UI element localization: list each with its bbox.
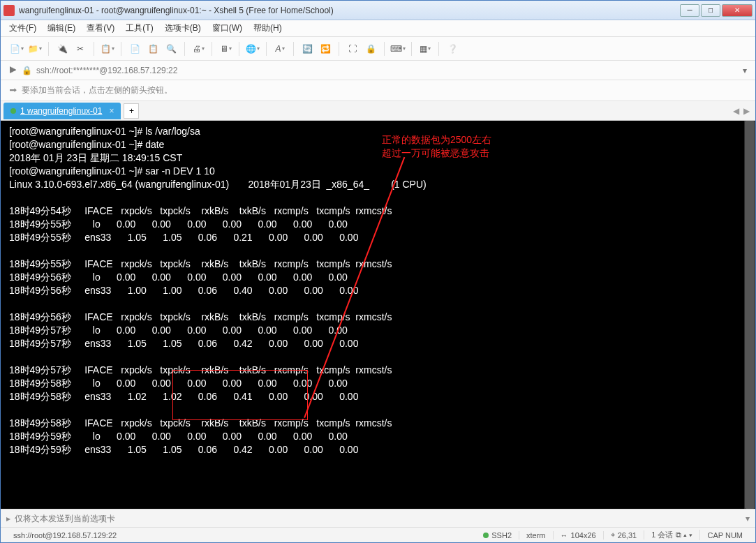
send-input[interactable] bbox=[15, 512, 741, 525]
lock-icon: 🔒 bbox=[22, 66, 32, 75]
maximize-button[interactable]: □ bbox=[701, 4, 720, 17]
status-dot-icon bbox=[10, 108, 16, 114]
status-connection: ssh://root@192.168.57.129:22 bbox=[6, 531, 124, 540]
profile-button[interactable]: 📋 bbox=[100, 41, 115, 57]
tab-bar: 1 wangruifenglinux-01 × + ◀ ▶ bbox=[1, 101, 755, 121]
annotation-text: 正常的数据包为2500左右 超过一万可能被恶意攻击 bbox=[382, 133, 491, 160]
minimize-button[interactable]: ─ bbox=[680, 4, 699, 17]
toolbar: 📄 📁 🔌 ✂ 📋 📄 📋 🔍 🖨 🖥 🌐 A 🔄 🔁 ⛶ 🔒 ⌨ ▦ ❔ bbox=[1, 37, 755, 61]
sync-button[interactable]: 🔁 bbox=[318, 41, 333, 57]
hint-text: 要添加当前会话，点击左侧的箭头按钮。 bbox=[22, 84, 172, 96]
address-url[interactable]: ssh://root:********@192.168.57.129:22 bbox=[36, 66, 177, 75]
status-size: 104x26 bbox=[571, 531, 596, 540]
tab-next-icon[interactable]: ▶ bbox=[743, 106, 750, 116]
reconnect-button[interactable]: 🔌 bbox=[54, 41, 70, 57]
status-ssh: SSH2 bbox=[491, 531, 512, 540]
size-icon: ↔ bbox=[561, 531, 568, 540]
new-tab-button[interactable]: + bbox=[124, 103, 139, 119]
terminal[interactable]: [root@wangruifenglinux-01 ~]# ls /var/lo… bbox=[1, 121, 755, 509]
paste-button[interactable]: 📋 bbox=[145, 41, 161, 57]
screen-button[interactable]: 🖥 bbox=[218, 41, 233, 57]
ssh-status-icon bbox=[483, 533, 489, 538]
font-button[interactable]: A bbox=[272, 41, 288, 57]
globe-button[interactable]: 🌐 bbox=[245, 41, 260, 57]
send-icon[interactable]: ▸ bbox=[6, 514, 10, 523]
menu-tools[interactable]: 工具(T) bbox=[126, 22, 153, 34]
status-term: xterm bbox=[519, 531, 554, 540]
status-sessions: 1 会话 ⧉ ▴ ▾ bbox=[644, 530, 700, 540]
new-session-button[interactable]: 📄 bbox=[9, 41, 24, 57]
app-icon bbox=[3, 5, 15, 16]
hint-bar: ⮕ 要添加当前会话，点击左侧的箭头按钮。 bbox=[1, 80, 755, 101]
send-dropdown-icon[interactable]: ▾ bbox=[746, 514, 750, 523]
titlebar: wangruifenglinux-01 - root@wangruifengli… bbox=[1, 1, 755, 20]
session-tab[interactable]: 1 wangruifenglinux-01 × bbox=[3, 103, 121, 119]
layout-button[interactable]: ▦ bbox=[417, 41, 433, 57]
terminal-scrollbar[interactable] bbox=[744, 121, 755, 509]
menubar: 文件(F) 编辑(E) 查看(V) 工具(T) 选项卡(B) 窗口(W) 帮助(… bbox=[1, 20, 755, 37]
menu-file[interactable]: 文件(F) bbox=[9, 22, 36, 34]
address-bar: ⯈ 🔒 ssh://root:********@192.168.57.129:2… bbox=[1, 61, 755, 80]
menu-tabs[interactable]: 选项卡(B) bbox=[165, 22, 201, 34]
tab-label: 1 wangruifenglinux-01 bbox=[20, 106, 102, 116]
addr-dropdown-icon[interactable]: ▾ bbox=[743, 66, 747, 75]
cursor-icon: ⌖ bbox=[611, 530, 615, 540]
terminal-output: [root@wangruifenglinux-01 ~]# ls /var/lo… bbox=[9, 125, 747, 456]
keyboard-button[interactable]: ⌨ bbox=[390, 41, 406, 57]
menu-help[interactable]: 帮助(H) bbox=[253, 22, 282, 34]
addr-arrow-icon[interactable]: ⯈ bbox=[9, 66, 17, 75]
tab-close-icon[interactable]: × bbox=[109, 106, 114, 116]
disconnect-button[interactable]: ✂ bbox=[73, 41, 88, 57]
status-bar: ssh://root@192.168.57.129:22 SSH2 xterm … bbox=[1, 527, 755, 542]
refresh-button[interactable]: 🔄 bbox=[299, 41, 315, 57]
lock-button[interactable]: 🔒 bbox=[363, 41, 378, 57]
window-title: wangruifenglinux-01 - root@wangruifengli… bbox=[19, 6, 680, 15]
highlight-box bbox=[172, 370, 308, 420]
fullscreen-button[interactable]: ⛶ bbox=[345, 41, 360, 57]
close-button[interactable]: ✕ bbox=[722, 4, 753, 17]
menu-window[interactable]: 窗口(W) bbox=[212, 22, 242, 34]
help-button[interactable]: ❔ bbox=[445, 41, 460, 57]
status-cursor: 26,31 bbox=[618, 531, 637, 540]
open-button[interactable]: 📁 bbox=[27, 41, 43, 57]
tab-prev-icon[interactable]: ◀ bbox=[733, 106, 739, 116]
print-button[interactable]: 🖨 bbox=[191, 41, 206, 57]
status-caps: CAP NUM bbox=[700, 531, 750, 540]
menu-edit[interactable]: 编辑(E) bbox=[47, 22, 75, 34]
find-button[interactable]: 🔍 bbox=[163, 41, 179, 57]
hint-arrow-icon[interactable]: ⮕ bbox=[9, 86, 17, 96]
menu-view[interactable]: 查看(V) bbox=[87, 22, 114, 34]
send-bar: ▸ ▾ bbox=[1, 509, 755, 527]
copy-button[interactable]: 📄 bbox=[127, 41, 142, 57]
